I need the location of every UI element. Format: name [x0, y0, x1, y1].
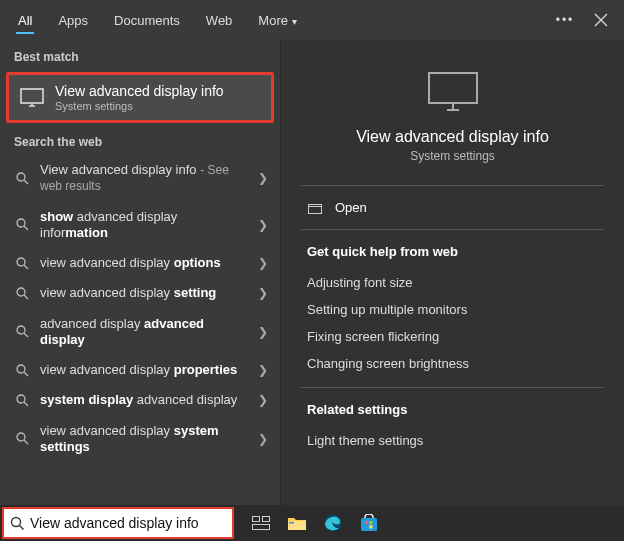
tab-documents[interactable]: Documents [102, 3, 192, 38]
svg-rect-22 [369, 525, 372, 528]
svg-rect-9 [429, 73, 477, 103]
chevron-right-icon: ❯ [258, 393, 272, 407]
related-link[interactable]: Light theme settings [307, 427, 604, 454]
web-result-text: show advanced display information [40, 209, 248, 242]
web-result-text: view advanced display system settings [40, 423, 248, 456]
search-web-label: Search the web [0, 129, 280, 155]
svg-point-3 [17, 258, 25, 266]
svg-rect-13 [263, 517, 270, 522]
svg-point-7 [17, 395, 25, 403]
edge-icon[interactable] [316, 507, 350, 539]
quick-help-link[interactable]: Changing screen brightness [307, 350, 604, 377]
chevron-right-icon: ❯ [258, 256, 272, 270]
web-result[interactable]: advanced display advanced display❯ [0, 309, 280, 356]
web-result-text: view advanced display properties [40, 362, 248, 378]
preview-hero: View advanced display info System settin… [281, 40, 624, 185]
preview-subtitle: System settings [410, 149, 495, 163]
best-match-subtitle: System settings [55, 100, 224, 112]
svg-rect-18 [361, 518, 377, 531]
web-result[interactable]: view advanced display options❯ [0, 248, 280, 278]
chevron-down-icon: ▾ [292, 16, 297, 27]
chevron-right-icon: ❯ [258, 325, 272, 339]
tab-apps[interactable]: Apps [46, 3, 100, 38]
quick-help-heading: Get quick help from web [307, 244, 604, 259]
search-icon [14, 287, 30, 300]
web-result[interactable]: view advanced display system settings❯ [0, 416, 280, 463]
web-result-text: system display advanced display [40, 392, 248, 408]
task-view-icon[interactable] [244, 507, 278, 539]
svg-rect-0 [21, 89, 43, 103]
quick-help-block: Get quick help from web Adjusting font s… [281, 230, 624, 387]
monitor-icon [19, 88, 45, 108]
search-icon [14, 394, 30, 407]
best-match-title: View advanced display info [55, 83, 224, 99]
chevron-right-icon: ❯ [258, 363, 272, 377]
results-column: Best match View advanced display info Sy… [0, 40, 280, 505]
svg-point-6 [17, 365, 25, 373]
best-match-result[interactable]: View advanced display info System settin… [6, 72, 274, 123]
search-icon [14, 364, 30, 377]
chevron-right-icon: ❯ [258, 432, 272, 446]
store-icon[interactable] [352, 507, 386, 539]
svg-point-2 [17, 219, 25, 227]
preview-title: View advanced display info [356, 128, 549, 146]
web-result-text: view advanced display options [40, 255, 248, 271]
svg-point-5 [17, 326, 25, 334]
related-block: Related settings Light theme settings [281, 388, 624, 464]
search-icon [14, 218, 30, 231]
web-result[interactable]: show advanced display information❯ [0, 202, 280, 249]
chevron-right-icon: ❯ [258, 218, 272, 232]
svg-point-8 [17, 433, 25, 441]
close-icon[interactable] [584, 3, 618, 37]
svg-rect-19 [365, 521, 368, 524]
search-panel: All Apps Documents Web More▾ ••• Best ma… [0, 0, 624, 505]
web-result-text: View advanced display info - See web res… [40, 162, 248, 195]
tab-more-label: More [258, 13, 288, 28]
web-result[interactable]: view advanced display properties❯ [0, 355, 280, 385]
web-result[interactable]: view advanced display setting❯ [0, 278, 280, 308]
taskbar-pinned [244, 507, 386, 539]
quick-help-link[interactable]: Setting up multiple monitors [307, 296, 604, 323]
svg-rect-21 [365, 525, 368, 528]
svg-rect-20 [369, 521, 372, 524]
chevron-right-icon: ❯ [258, 286, 272, 300]
quick-help-link[interactable]: Fixing screen flickering [307, 323, 604, 350]
preview-pane: View advanced display info System settin… [280, 40, 624, 505]
quick-help-link[interactable]: Adjusting font size [307, 269, 604, 296]
svg-point-11 [11, 517, 20, 526]
svg-point-1 [17, 173, 25, 181]
search-icon [14, 432, 30, 445]
filter-tabs: All Apps Documents Web More▾ ••• [0, 0, 624, 40]
monitor-icon-large [425, 70, 481, 114]
open-icon [307, 202, 323, 214]
web-result-text: view advanced display setting [40, 285, 248, 301]
web-results-list: View advanced display info - See web res… [0, 155, 280, 462]
search-icon [14, 172, 30, 185]
taskbar [0, 505, 624, 541]
search-icon [14, 325, 30, 338]
search-icon [4, 516, 30, 531]
search-input[interactable] [30, 509, 232, 537]
web-result[interactable]: View advanced display info - See web res… [0, 155, 280, 202]
search-icon [14, 257, 30, 270]
svg-rect-14 [253, 525, 270, 530]
more-options-icon[interactable]: ••• [548, 3, 582, 37]
best-match-label: Best match [0, 44, 280, 70]
tab-all[interactable]: All [6, 3, 44, 38]
svg-rect-12 [253, 517, 260, 522]
taskbar-search[interactable] [2, 507, 234, 539]
related-heading: Related settings [307, 402, 604, 417]
web-result[interactable]: system display advanced display❯ [0, 385, 280, 415]
web-result-text: advanced display advanced display [40, 316, 248, 349]
svg-point-4 [17, 288, 25, 296]
svg-rect-16 [289, 522, 294, 524]
chevron-right-icon: ❯ [258, 171, 272, 185]
file-explorer-icon[interactable] [280, 507, 314, 539]
open-action[interactable]: Open [281, 186, 624, 229]
svg-rect-10 [309, 204, 322, 213]
open-label: Open [335, 200, 367, 215]
tab-web[interactable]: Web [194, 3, 245, 38]
tab-more[interactable]: More▾ [246, 3, 309, 38]
